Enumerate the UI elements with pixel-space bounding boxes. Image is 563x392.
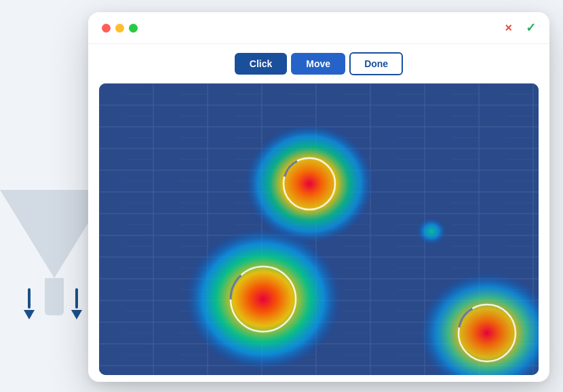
- click-button[interactable]: Click: [235, 53, 287, 75]
- toolbar: Click Move Done: [88, 44, 549, 83]
- close-icon[interactable]: ×: [505, 22, 512, 34]
- heatmap-area: [99, 83, 539, 375]
- titlebar: × ✓: [88, 12, 549, 44]
- titlebar-actions: × ✓: [505, 22, 536, 34]
- arrow-head-left: [24, 310, 35, 319]
- heatmap-blob-1: [245, 124, 374, 243]
- check-icon[interactable]: ✓: [526, 22, 536, 34]
- arrow-right: [71, 288, 82, 319]
- traffic-lights: [102, 24, 138, 33]
- move-button[interactable]: Move: [291, 53, 345, 75]
- done-button[interactable]: Done: [349, 52, 403, 75]
- arrow-head-right: [71, 310, 82, 319]
- arrow-shaft-right: [75, 288, 78, 309]
- arrow-shaft-left: [28, 288, 31, 309]
- heatmap-blob-2: [185, 228, 341, 370]
- arrow-left: [24, 288, 35, 319]
- funnel-stem: [45, 278, 64, 315]
- heatmap-blob-4: [416, 218, 446, 245]
- browser-window: × ✓ Click Move Done: [88, 12, 549, 382]
- traffic-light-red[interactable]: [102, 24, 111, 33]
- traffic-light-green[interactable]: [129, 24, 138, 33]
- heatmap-svg: [99, 83, 539, 375]
- traffic-light-yellow[interactable]: [115, 24, 124, 33]
- scene: × ✓ Click Move Done: [0, 0, 563, 392]
